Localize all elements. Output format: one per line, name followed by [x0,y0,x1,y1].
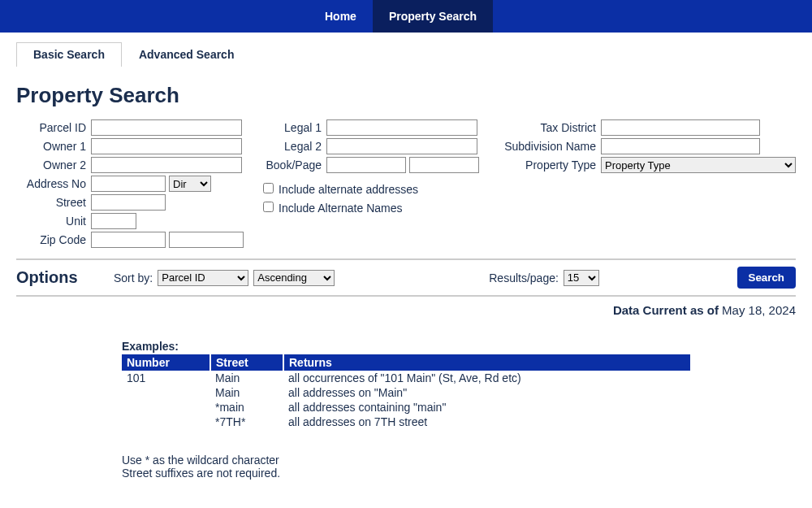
tabs: Basic Search Advanced Search [16,42,796,67]
page-input[interactable] [409,157,479,173]
page-title: Property Search [16,83,796,108]
address-no-input[interactable] [91,176,166,192]
sort-by-label: Sort by: [114,271,153,284]
owner1-input[interactable] [91,138,242,154]
property-type-label: Property Type [499,158,596,172]
table-row: *mainall addresses containing "main" [122,400,690,415]
top-nav: Home Property Search [0,0,812,33]
owner1-label: Owner 1 [16,140,86,153]
zip-code-ext-input[interactable] [169,232,244,248]
sort-order-select[interactable]: Ascending [253,270,335,286]
table-row: 101Mainall occurrences of "101 Main" (St… [122,371,690,385]
parcel-id-label: Parcel ID [16,121,86,134]
book-input[interactable] [326,157,406,173]
results-per-page-select[interactable]: 15 [564,270,599,286]
include-alt-names-label: Include Alternate Names [279,202,403,215]
examples-header-street: Street [210,354,283,371]
data-current-as-of: Data Current as of May 18, 2024 [16,303,796,317]
nav-home[interactable]: Home [309,0,373,33]
table-row: Mainall addresses on "Main" [122,385,690,400]
nav-property-search[interactable]: Property Search [373,0,493,33]
tab-basic-search[interactable]: Basic Search [16,42,122,67]
address-no-label: Address No [16,177,86,190]
tax-district-label: Tax District [499,121,596,134]
examples-section: Examples: Number Street Returns 101Maina… [122,340,690,480]
owner2-label: Owner 2 [16,158,86,172]
tab-advanced-search[interactable]: Advanced Search [122,42,252,67]
results-per-page-label: Results/page: [489,271,559,284]
property-type-select[interactable]: Property Type [601,157,796,173]
dir-select[interactable]: Dir [169,176,211,192]
tax-district-input[interactable] [601,119,760,136]
examples-header-number: Number [122,354,210,371]
subdivision-label: Subdivision Name [499,140,596,153]
legal2-label: Legal 2 [260,140,322,153]
legal1-input[interactable] [326,119,477,136]
include-alt-names-checkbox[interactable] [263,202,274,212]
owner2-input[interactable] [91,157,242,173]
examples-table: Number Street Returns 101Mainall occurre… [122,354,690,429]
include-alt-addresses-checkbox[interactable] [263,183,274,193]
search-form: Parcel ID Owner 1 Owner 2 Address No Dir… [16,119,796,250]
sort-by-select[interactable]: Parcel ID [158,270,248,286]
zip-code-label: Zip Code [16,233,86,246]
examples-header-returns: Returns [283,354,690,371]
include-alt-addresses-label: Include alternate addresses [279,183,418,196]
subdivision-input[interactable] [601,138,760,154]
street-input[interactable] [91,194,166,211]
book-page-label: Book/Page [260,158,322,172]
zip-code-input[interactable] [91,232,166,248]
legal2-input[interactable] [326,138,477,154]
options-bar: Options Sort by: Parcel ID Ascending Res… [16,258,796,297]
street-label: Street [16,196,86,209]
table-row: *7TH*all addresses on 7TH street [122,415,690,429]
options-title: Options [16,268,114,287]
notes: Use * as the wildcard character Street s… [122,454,690,480]
search-button[interactable]: Search [737,267,796,289]
legal1-label: Legal 1 [260,121,322,134]
parcel-id-input[interactable] [91,119,242,136]
examples-title: Examples: [122,340,690,353]
unit-label: Unit [16,215,86,228]
unit-input[interactable] [91,213,136,229]
